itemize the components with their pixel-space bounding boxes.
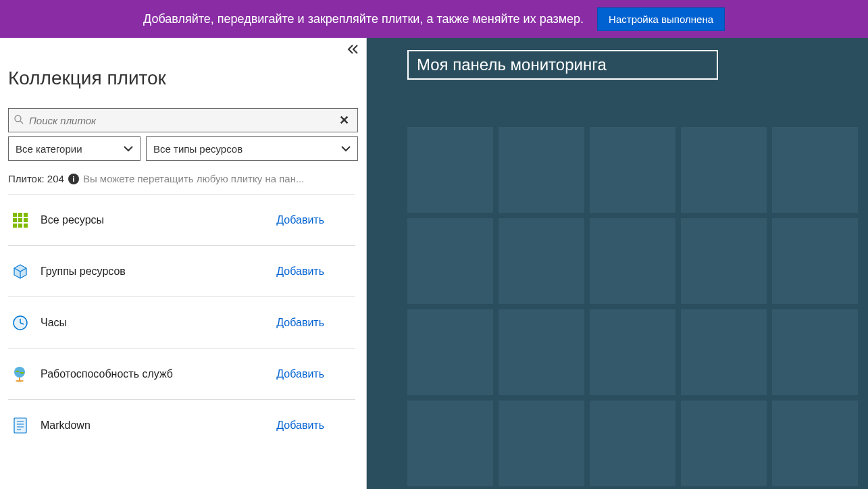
- grid-cell[interactable]: [681, 401, 767, 486]
- svg-rect-7: [24, 218, 28, 222]
- tile-item[interactable]: Все ресурсыДобавить: [8, 194, 355, 245]
- cube-icon: [12, 263, 28, 280]
- grid-cell[interactable]: [772, 309, 858, 395]
- tile-item[interactable]: Группы ресурсовДобавить: [8, 245, 355, 297]
- doc-icon: [12, 417, 28, 434]
- grid-icon: [12, 212, 28, 228]
- grid-cell[interactable]: [499, 218, 584, 304]
- tile-gallery-panel: Коллекция плиток ✕ Все категории Все тип…: [0, 38, 367, 489]
- search-input[interactable]: [29, 115, 336, 126]
- grid-icon: [13, 213, 28, 228]
- dashboard-canvas[interactable]: [367, 38, 868, 489]
- tile-item[interactable]: MarkdownДобавить: [8, 399, 355, 451]
- search-icon: [14, 115, 24, 126]
- tile-label: Все ресурсы: [41, 214, 276, 226]
- clock-icon: [12, 315, 28, 331]
- banner-text: Добавляйте, передвигайте и закрепляйте п…: [143, 12, 584, 26]
- dashboard-grid[interactable]: [407, 127, 827, 486]
- svg-rect-4: [24, 213, 28, 217]
- grid-cell[interactable]: [590, 127, 675, 213]
- doc-icon: [13, 417, 28, 434]
- grid-cell[interactable]: [772, 218, 858, 304]
- tile-item[interactable]: Работоспособность службДобавить: [8, 348, 355, 399]
- tile-list[interactable]: Все ресурсыДобавить Группы ресурсовДобав…: [8, 194, 358, 489]
- clear-search-button[interactable]: ✕: [336, 113, 352, 128]
- grid-cell[interactable]: [499, 401, 584, 486]
- grid-cell[interactable]: [681, 309, 767, 395]
- globe-icon: [12, 366, 28, 382]
- grid-cell[interactable]: [590, 401, 675, 486]
- svg-rect-6: [18, 218, 22, 222]
- dashboard-title-editor[interactable]: [407, 50, 718, 80]
- grid-cell[interactable]: [772, 127, 858, 213]
- tile-label: Часы: [41, 317, 276, 329]
- chevron-down-icon: [124, 143, 133, 154]
- grid-cell[interactable]: [499, 309, 584, 395]
- grid-cell[interactable]: [590, 218, 675, 304]
- svg-rect-8: [13, 224, 17, 228]
- tile-count-row: Плиток: 204 i Вы можете перетащить любую…: [8, 173, 358, 184]
- chevron-double-left-icon: [347, 45, 359, 54]
- add-tile-button[interactable]: Добавить: [276, 368, 324, 380]
- add-tile-button[interactable]: Добавить: [276, 419, 324, 432]
- svg-line-1: [20, 121, 23, 124]
- svg-rect-9: [18, 224, 22, 228]
- add-tile-button[interactable]: Добавить: [276, 317, 324, 329]
- grid-cell[interactable]: [772, 401, 858, 486]
- panel-title: Коллекция плиток: [8, 68, 358, 89]
- grid-cell[interactable]: [407, 309, 493, 395]
- search-box[interactable]: ✕: [8, 108, 358, 132]
- chevron-down-icon: [341, 143, 351, 154]
- grid-cell[interactable]: [407, 127, 493, 213]
- cube-icon: [12, 263, 28, 280]
- svg-rect-5: [13, 218, 17, 222]
- svg-point-16: [16, 380, 24, 382]
- tile-label: Группы ресурсов: [41, 265, 276, 278]
- grid-cell[interactable]: [407, 218, 493, 304]
- grid-cell[interactable]: [590, 309, 675, 395]
- tile-count: Плиток: 204: [8, 173, 64, 184]
- clock-icon: [12, 315, 28, 331]
- svg-rect-10: [24, 224, 28, 228]
- svg-rect-3: [18, 213, 22, 217]
- category-filter-dropdown[interactable]: Все категории: [8, 136, 141, 161]
- grid-cell[interactable]: [681, 218, 767, 304]
- grid-cell[interactable]: [499, 127, 584, 213]
- done-customizing-button[interactable]: Настройка выполнена: [597, 7, 725, 31]
- svg-point-0: [15, 115, 21, 122]
- top-banner: Добавляйте, передвигайте и закрепляйте п…: [0, 0, 868, 38]
- add-tile-button[interactable]: Добавить: [276, 265, 324, 278]
- drag-hint-text: Вы можете перетащить любую плитку на пан…: [83, 173, 305, 184]
- add-tile-button[interactable]: Добавить: [276, 214, 324, 226]
- svg-rect-15: [19, 378, 20, 380]
- tile-label: Markdown: [41, 419, 276, 432]
- info-icon[interactable]: i: [68, 174, 79, 184]
- category-filter-label: Все категории: [16, 143, 82, 155]
- grid-cell[interactable]: [681, 127, 767, 213]
- tile-item[interactable]: ЧасыДобавить: [8, 297, 355, 348]
- svg-rect-17: [14, 418, 26, 433]
- resource-type-filter-dropdown[interactable]: Все типы ресурсов: [146, 136, 358, 161]
- grid-cell[interactable]: [407, 401, 493, 486]
- dashboard-title-input[interactable]: [417, 55, 709, 74]
- resource-type-filter-label: Все типы ресурсов: [153, 143, 242, 155]
- tile-label: Работоспособность служб: [41, 368, 276, 380]
- svg-rect-2: [13, 213, 17, 217]
- globe-icon: [12, 366, 28, 382]
- collapse-panel-button[interactable]: [347, 43, 359, 57]
